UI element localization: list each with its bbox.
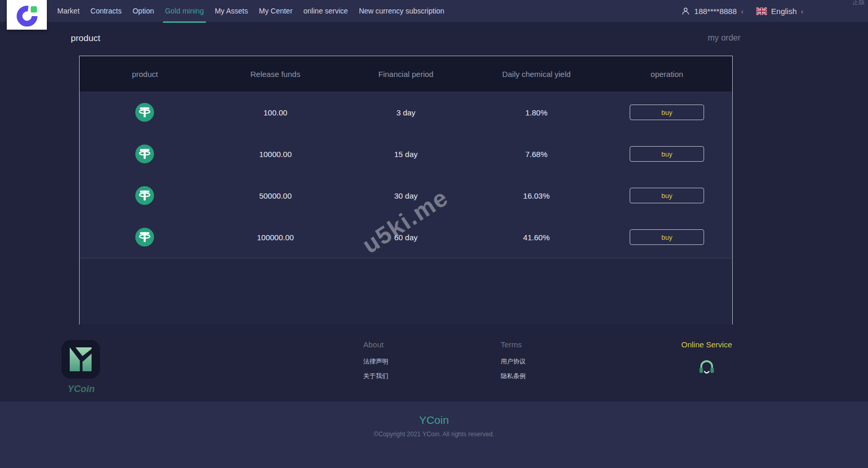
- daily-yield-value: 41.60%: [471, 233, 602, 242]
- footer-logo[interactable]: [61, 340, 100, 379]
- release-funds-value: 10000.00: [210, 150, 341, 159]
- nav-item-my-center[interactable]: My Center: [259, 0, 292, 22]
- financial-period-value: 30 day: [341, 191, 471, 200]
- table-row: 50000.00 30 day 16.03% buy: [80, 175, 732, 216]
- table-row: 100000.00 60 day 41.60% buy: [80, 216, 732, 258]
- uk-flag-icon: [756, 7, 767, 15]
- nav-item-option[interactable]: Option: [133, 0, 154, 22]
- site-footer: YCoin About 法律声明 关于我们 Terms 用户协议 隐私条例 On…: [0, 324, 868, 401]
- page-title: product: [71, 33, 100, 44]
- table-empty-area: [80, 258, 732, 324]
- release-funds-value: 50000.00: [210, 191, 341, 200]
- column-header-daily-yield: Daily chemical yield: [471, 70, 602, 79]
- column-header-financial-period: Financial period: [341, 70, 471, 79]
- online-service-link[interactable]: Online Service: [681, 340, 733, 349]
- usdt-coin-icon: [135, 145, 154, 163]
- usdt-coin-icon: [135, 186, 154, 205]
- release-funds-value: 100000.00: [210, 233, 341, 242]
- footer-link-about-us[interactable]: 关于我们: [363, 372, 388, 381]
- footer-link-legal-statement[interactable]: 法律声明: [363, 357, 388, 366]
- buy-button[interactable]: buy: [630, 188, 704, 203]
- language-chevron-icon[interactable]: ‹: [801, 7, 803, 16]
- footer-brand-name: YCoin: [68, 384, 95, 395]
- financial-period-value: 15 day: [341, 150, 471, 159]
- footer-link-user-agreement[interactable]: 用户协议: [501, 357, 526, 366]
- daily-yield-value: 7.68%: [471, 150, 602, 159]
- column-header-release-funds: Release funds: [210, 70, 341, 79]
- nav-item-contracts[interactable]: Contracts: [91, 0, 122, 22]
- headset-icon[interactable]: [697, 356, 717, 376]
- buy-button[interactable]: buy: [630, 229, 704, 245]
- usdt-coin-icon: [135, 103, 154, 122]
- nav-item-new-currency-subscription[interactable]: New currency subscription: [359, 0, 444, 22]
- column-header-product: product: [80, 70, 210, 79]
- financial-period-value: 3 day: [341, 108, 471, 117]
- release-funds-value: 100.00: [210, 108, 341, 117]
- user-account[interactable]: 188****8888: [694, 7, 737, 16]
- bottom-bar: YCoin ©Copyright 2021 YCoin. All rights …: [0, 401, 868, 468]
- nav-item-my-assets[interactable]: My Assets: [215, 0, 248, 22]
- product-table: product Release funds Financial period D…: [79, 56, 733, 324]
- site-logo[interactable]: [7, 0, 47, 30]
- language-selector[interactable]: English: [771, 7, 797, 16]
- main-nav: Market Contracts Option Gold mining My A…: [57, 0, 444, 22]
- table-row: 100.00 3 day 1.80% buy: [80, 92, 732, 133]
- bottom-brand: YCoin: [0, 401, 868, 426]
- page-head: product my order: [0, 31, 868, 48]
- terms-section-title: Terms: [501, 340, 526, 349]
- table-row: 10000.00 15 day 7.68% buy: [80, 133, 732, 175]
- buy-button[interactable]: buy: [630, 146, 704, 162]
- usdt-coin-icon: [135, 228, 154, 246]
- nav-item-market[interactable]: Market: [57, 0, 80, 22]
- buy-button[interactable]: buy: [630, 105, 704, 120]
- top-navigation-bar: Market Contracts Option Gold mining My A…: [0, 0, 868, 22]
- daily-yield-value: 1.80%: [471, 108, 602, 117]
- copyright-text: ©Copyright 2021 YCoin. All rights reserv…: [0, 431, 868, 438]
- daily-yield-value: 16.03%: [471, 191, 602, 200]
- account-chevron-icon[interactable]: ‹: [741, 7, 744, 16]
- footer-terms-section: Terms 用户协议 隐私条例: [501, 340, 526, 386]
- topbar-right: 188****8888 ‹ English ‹: [681, 0, 807, 22]
- footer-about-section: About 法律声明 关于我们: [363, 340, 388, 386]
- footer-link-privacy-policy[interactable]: 隐私条例: [501, 372, 526, 381]
- nav-item-gold-mining[interactable]: Gold mining: [165, 0, 204, 22]
- brand-c-icon: [15, 3, 39, 27]
- nav-item-online-service[interactable]: online service: [303, 0, 348, 22]
- about-section-title: About: [363, 340, 388, 349]
- column-header-operation: operation: [602, 70, 732, 79]
- table-header-row: product Release funds Financial period D…: [80, 56, 732, 92]
- footer-service-section: Online Service: [681, 340, 733, 378]
- my-order-link[interactable]: my order: [708, 33, 741, 43]
- corner-tag: 正版: [852, 0, 865, 7]
- user-icon: [681, 7, 690, 16]
- financial-period-value: 60 day: [341, 233, 471, 242]
